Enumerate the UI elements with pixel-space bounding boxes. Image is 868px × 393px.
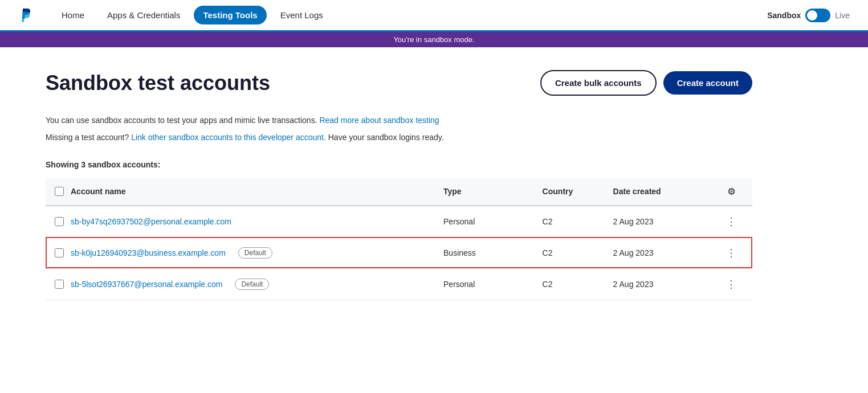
row1-checkbox[interactable] <box>55 217 64 226</box>
link-sandbox-accounts-link[interactable]: Link other sandbox accounts to this deve… <box>131 133 326 142</box>
row2-type: Business <box>434 237 533 268</box>
row1-actions: ⋮ <box>710 206 752 238</box>
sandbox-banner-text: You're in sandbox mode. <box>393 35 474 44</box>
row2-checkbox-cell: sb-k0ju126940923@business.example.com De… <box>46 237 434 268</box>
accounts-table: Account name Type Country Date created ⚙… <box>46 178 752 300</box>
row2-actions: ⋮ <box>710 237 752 268</box>
row2-account-link[interactable]: sb-k0ju126940923@business.example.com <box>71 248 226 257</box>
paypal-logo <box>18 6 34 24</box>
main-content: Sandbox test accounts Create bulk accoun… <box>0 47 798 323</box>
row3-actions: ⋮ <box>710 268 752 300</box>
row1-account-link[interactable]: sb-by47sq26937502@personal.example.com <box>71 217 231 226</box>
page-header: Sandbox test accounts Create bulk accoun… <box>46 70 752 96</box>
row3-type: Personal <box>434 268 533 300</box>
row3-date: 2 Aug 2023 <box>604 268 710 300</box>
description-line2-prefix: Missing a test account? <box>46 133 129 142</box>
th-type: Type <box>434 178 533 206</box>
live-label: Live <box>835 11 850 20</box>
create-account-button[interactable]: Create account <box>663 71 752 95</box>
table-body: sb-by47sq26937502@personal.example.com P… <box>46 206 752 300</box>
nav-apps-credentials[interactable]: Apps & Credentials <box>98 6 189 24</box>
read-more-link[interactable]: Read more about sandbox testing <box>319 116 439 125</box>
table-header: Account name Type Country Date created ⚙ <box>46 178 752 206</box>
nav-home[interactable]: Home <box>52 6 93 24</box>
th-checkbox: Account name <box>46 178 434 206</box>
nav-event-logs[interactable]: Event Logs <box>271 6 332 24</box>
row2-checkbox[interactable] <box>55 248 64 257</box>
th-country: Country <box>533 178 604 206</box>
row1-checkbox-cell: sb-by47sq26937502@personal.example.com <box>46 206 434 238</box>
row3-checkbox[interactable] <box>55 280 64 289</box>
th-account-name: Account name <box>71 187 125 196</box>
description-line2: Missing a test account? Link other sandb… <box>46 131 752 144</box>
row2-country: C2 <box>533 237 604 268</box>
page-title: Sandbox test accounts <box>46 71 270 95</box>
gear-settings-icon[interactable]: ⚙ <box>719 186 743 197</box>
row2-date: 2 Aug 2023 <box>604 237 710 268</box>
sandbox-live-toggle[interactable] <box>805 9 830 22</box>
sandbox-banner: You're in sandbox mode. <box>0 32 868 47</box>
nav-links: Home Apps & Credentials Testing Tools Ev… <box>52 6 767 24</box>
row1-type: Personal <box>434 206 533 238</box>
row3-actions-menu-icon[interactable]: ⋮ <box>719 278 743 290</box>
th-actions: ⚙ <box>710 178 752 206</box>
sandbox-label: Sandbox <box>767 11 801 20</box>
row1-actions-menu-icon[interactable]: ⋮ <box>719 215 743 228</box>
paypal-logo-icon <box>18 6 34 22</box>
create-bulk-accounts-button[interactable]: Create bulk accounts <box>540 70 657 96</box>
table-row: sb-by47sq26937502@personal.example.com P… <box>46 206 752 238</box>
row1-country: C2 <box>533 206 604 238</box>
row3-checkbox-cell: sb-5lsot26937667@personal.example.com De… <box>46 268 434 300</box>
nav-testing-tools[interactable]: Testing Tools <box>194 6 266 24</box>
table-row: sb-k0ju126940923@business.example.com De… <box>46 237 752 268</box>
description-line1-text: You can use sandbox accounts to test you… <box>46 116 317 125</box>
row3-default-badge: Default <box>235 279 269 290</box>
link-accounts-link-text: Link other sandbox accounts to this deve… <box>131 133 326 142</box>
row2-default-badge: Default <box>238 247 272 259</box>
row3-account-link[interactable]: sb-5lsot26937667@personal.example.com <box>71 280 222 289</box>
showing-count: Showing 3 sandbox accounts: <box>46 160 752 169</box>
select-all-checkbox[interactable] <box>55 187 64 196</box>
description-line1: You can use sandbox accounts to test you… <box>46 114 752 126</box>
mode-toggle-area: Sandbox Live <box>767 9 850 22</box>
page-header-actions: Create bulk accounts Create account <box>540 70 752 96</box>
row3-country: C2 <box>533 268 604 300</box>
navbar: Home Apps & Credentials Testing Tools Ev… <box>0 0 868 32</box>
th-date-created: Date created <box>604 178 710 206</box>
description-section: You can use sandbox accounts to test you… <box>46 114 752 144</box>
row1-date: 2 Aug 2023 <box>604 206 710 238</box>
description-line2-suffix: Have your sandbox logins ready. <box>328 133 444 142</box>
row2-actions-menu-icon[interactable]: ⋮ <box>719 247 743 259</box>
table-row: sb-5lsot26937667@personal.example.com De… <box>46 268 752 300</box>
